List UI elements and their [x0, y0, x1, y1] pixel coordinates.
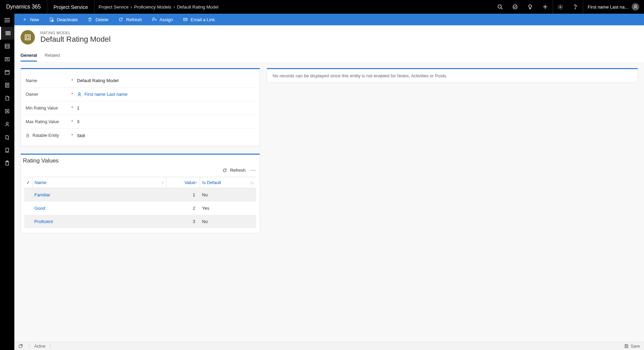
- chevron-right-icon: ›: [173, 4, 175, 10]
- svg-rect-14: [9, 31, 10, 35]
- row-default-cell: Yes: [200, 202, 256, 215]
- tab-related[interactable]: Related: [44, 49, 60, 62]
- table-row[interactable]: Familiar 1 No: [24, 188, 256, 202]
- app-name-label[interactable]: Project Service: [47, 0, 94, 14]
- sort-asc-icon: ↑: [196, 180, 198, 185]
- form-row-ratable: Ratable Entity * Skill: [24, 129, 256, 142]
- form-label: Name: [24, 78, 69, 83]
- row-value-cell: 2: [166, 202, 200, 215]
- cmd-label: Delete: [95, 17, 108, 22]
- col-label: Name: [35, 180, 47, 185]
- plus-icon: ＋: [22, 16, 27, 23]
- rail-item-10[interactable]: [0, 144, 14, 157]
- svg-rect-21: [5, 70, 9, 74]
- task-flow-icon[interactable]: [508, 0, 523, 14]
- grid-more-button[interactable]: ⋯: [250, 167, 256, 173]
- row-default-cell: No: [200, 215, 256, 228]
- save-label: Save: [631, 344, 640, 349]
- svg-point-7: [575, 8, 576, 9]
- breadcrumb-item[interactable]: Project Service: [98, 4, 128, 10]
- owner-field[interactable]: First name Last name: [76, 90, 256, 99]
- table-row[interactable]: Proficient 3 No: [24, 215, 256, 228]
- rail-item-8[interactable]: [0, 118, 14, 131]
- save-button[interactable]: Save: [624, 344, 640, 349]
- cmd-label: Deactivate: [57, 17, 78, 22]
- user-menu[interactable]: First name Last na...: [583, 0, 644, 14]
- min-field[interactable]: 1: [76, 103, 256, 113]
- settings-icon[interactable]: [553, 0, 568, 14]
- row-select[interactable]: [24, 202, 32, 215]
- rail-item-5[interactable]: [0, 79, 14, 92]
- assign-button[interactable]: Assign: [147, 14, 177, 25]
- popout-icon[interactable]: [18, 344, 23, 348]
- required-icon: *: [69, 78, 76, 83]
- right-column: No records can be displayed since this e…: [267, 68, 638, 336]
- col-name[interactable]: Name↑: [32, 177, 166, 188]
- rail-item-1[interactable]: [0, 27, 14, 40]
- rail-item-7[interactable]: [0, 105, 14, 118]
- notes-panel: No records can be displayed since this e…: [267, 68, 638, 83]
- form-card: Name * Default Rating Model Owner *: [21, 68, 260, 146]
- rail-item-3[interactable]: [0, 53, 14, 66]
- form-label-text: Ratable Entity: [32, 133, 59, 138]
- refresh-button[interactable]: Refresh: [114, 14, 146, 25]
- refresh-icon: [118, 17, 123, 22]
- rail-item-2[interactable]: [0, 40, 14, 53]
- breadcrumb-item[interactable]: Proficiency Models: [134, 4, 171, 10]
- sort-asc-icon: ↑: [162, 180, 164, 185]
- grid-card: Rating Values Refresh ⋯: [21, 154, 260, 233]
- footer-bar: Active Save: [14, 342, 644, 350]
- svg-point-6: [560, 6, 561, 8]
- search-icon[interactable]: [492, 0, 508, 14]
- rail-item-4[interactable]: [0, 66, 14, 79]
- cmd-label: Refresh: [126, 17, 142, 22]
- col-label: Is Default: [202, 180, 221, 185]
- form-label: Owner: [24, 92, 69, 97]
- row-name-cell[interactable]: Good: [32, 202, 166, 215]
- add-icon[interactable]: [538, 0, 553, 14]
- row-value-cell: 1: [166, 188, 200, 202]
- name-field[interactable]: Default Rating Model: [76, 76, 256, 85]
- row-name-cell[interactable]: Familiar: [32, 188, 166, 202]
- table-row[interactable]: Good 2 Yes: [24, 202, 256, 215]
- grid-refresh-button[interactable]: Refresh: [222, 168, 246, 173]
- page-header: RATING MODEL Default Rating Model: [14, 25, 644, 49]
- svg-rect-33: [6, 161, 9, 165]
- left-column: Name * Default Rating Model Owner *: [21, 68, 260, 336]
- col-value[interactable]: Value ↑: [166, 177, 200, 188]
- rating-values-table: ✓ Name↑ Value ↑ Is Default↑↓ Familiar 1: [24, 177, 256, 228]
- top-bar: Dynamics 365 Project Service Project Ser…: [0, 0, 644, 14]
- col-isdefault[interactable]: Is Default↑↓: [200, 177, 256, 188]
- row-select[interactable]: [24, 215, 32, 228]
- sort-icon: ↑↓: [250, 180, 254, 185]
- svg-line-1: [501, 8, 502, 9]
- svg-rect-39: [25, 35, 30, 40]
- form-row-max: Max Rating Value * 3: [24, 115, 256, 129]
- rail-item-11[interactable]: [0, 157, 14, 170]
- row-name-cell[interactable]: Proficient: [32, 215, 166, 228]
- help-icon[interactable]: [568, 0, 583, 14]
- delete-button[interactable]: Delete: [83, 14, 113, 25]
- rail-item-9[interactable]: [0, 131, 14, 144]
- notes-empty-text: No records can be displayed since this e…: [273, 73, 447, 78]
- select-all-header[interactable]: ✓: [24, 177, 32, 188]
- form-label: Ratable Entity: [24, 133, 69, 138]
- rail-item-6[interactable]: [0, 92, 14, 105]
- new-button[interactable]: ＋ New: [18, 14, 43, 25]
- tab-general[interactable]: General: [21, 49, 37, 62]
- refresh-icon: [222, 168, 227, 173]
- cmd-label: Email a Link: [191, 17, 215, 22]
- svg-rect-15: [5, 44, 9, 48]
- cmd-label: New: [30, 17, 39, 22]
- hamburger-button[interactable]: [0, 14, 14, 27]
- ratable-field: Skill: [76, 131, 256, 140]
- deactivate-button[interactable]: Deactivate: [44, 14, 82, 25]
- max-field[interactable]: 3: [76, 117, 256, 126]
- lightbulb-icon[interactable]: [523, 0, 538, 14]
- row-select[interactable]: [24, 188, 32, 202]
- brand-label[interactable]: Dynamics 365: [0, 0, 47, 14]
- breadcrumb-item[interactable]: Default Rating Model: [177, 4, 218, 10]
- form-row-name: Name * Default Rating Model: [24, 74, 256, 88]
- form-row-min: Min Rating Value * 1: [24, 101, 256, 115]
- email-link-button[interactable]: Email a Link: [179, 14, 219, 25]
